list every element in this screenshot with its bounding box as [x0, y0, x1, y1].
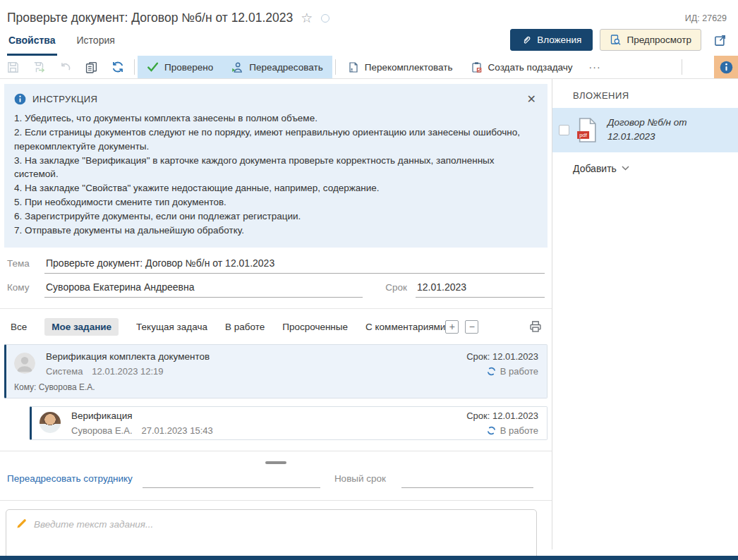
- attachments-title: ВЛОЖЕНИЯ: [573, 90, 738, 101]
- save-and-close-icon[interactable]: [26, 56, 52, 78]
- task-title: Верификация комплекта документов: [46, 351, 466, 362]
- toolbar-separator: [335, 59, 336, 75]
- instruction-line: 6. Зарегистрируйте документы, если они п…: [14, 209, 536, 224]
- in-progress-spinner-icon: [487, 367, 496, 376]
- task-datetime: 12.01.2023 12:19: [92, 366, 163, 377]
- task-card-window: Проверьте документ: Договор №б/н от 12.0…: [0, 0, 738, 560]
- info-panel-toggle-button[interactable]: [714, 56, 738, 78]
- forward-person-icon: [231, 61, 243, 73]
- preview-button[interactable]: Предпросмотр: [600, 29, 701, 51]
- expand-all-button[interactable]: +: [445, 320, 459, 334]
- resize-handle[interactable]: [265, 461, 286, 464]
- open-in-window-icon[interactable]: [714, 34, 727, 47]
- filter-all[interactable]: Все: [11, 318, 27, 336]
- info-icon: [14, 93, 26, 105]
- filter-my-task[interactable]: Мое задание: [44, 318, 119, 336]
- new-deadline-input[interactable]: [401, 470, 533, 488]
- window-bottom-bar: [0, 556, 738, 560]
- attachment-item[interactable]: pdf Договор №б/н от 12.01.2023: [552, 108, 738, 152]
- pdf-badge-text: pdf: [579, 132, 588, 138]
- tabs-row: Свойства История Вложения Предпросмотр: [0, 27, 738, 56]
- undo-icon[interactable]: [52, 56, 78, 78]
- status-circle-icon[interactable]: [321, 14, 329, 23]
- instruction-title: ИНСТРУКЦИЯ: [32, 94, 97, 104]
- task-list-section: Все Мое задание Текущая задача В работе …: [0, 308, 552, 451]
- document-id: ИД: 27629: [685, 13, 727, 23]
- deadline-input[interactable]: [416, 280, 545, 298]
- task-author: Система: [46, 366, 83, 377]
- instruction-panel: ИНСТРУКЦИЯ ✕ 1. Убедитесь, что документы…: [4, 84, 548, 248]
- task-text-section: [6, 509, 537, 560]
- info-icon: [720, 61, 733, 74]
- task-item-verification-set[interactable]: Верификация комплекта документов Система…: [4, 344, 548, 398]
- print-icon[interactable]: [529, 320, 542, 333]
- preview-icon: [610, 34, 621, 46]
- paperclip-icon: [521, 35, 531, 45]
- add-attachment-button[interactable]: Добавить: [573, 163, 629, 174]
- avatar: [40, 412, 61, 433]
- filter-overdue[interactable]: Просроченные: [282, 318, 348, 336]
- task-deadline: Срок: 12.01.2023: [466, 410, 538, 421]
- instruction-line: 5. При необходимости смените тип докумен…: [14, 195, 536, 209]
- instruction-line: 4. На закладке "Свойства" укажите недост…: [14, 181, 536, 195]
- forward-section: Переадресовать сотруднику Новый срок: [0, 451, 552, 501]
- instruction-line: 3. На закладке "Верификация" в карточке …: [14, 154, 536, 182]
- page-header: Проверьте документ: Договор №б/н от 12.0…: [0, 0, 738, 27]
- theme-field-row: Тема: [0, 256, 552, 274]
- content-area: ИНСТРУКЦИЯ ✕ 1. Убедитесь, что документы…: [0, 79, 738, 549]
- primary-actions-group: Проверено Переадресовать: [138, 56, 332, 78]
- tab-history[interactable]: История: [75, 35, 116, 56]
- refresh-icon[interactable]: [104, 56, 131, 78]
- task-assignee: Кому: Суворова Е.А.: [14, 382, 538, 392]
- approved-button[interactable]: Проверено: [138, 56, 222, 78]
- task-status: В работе: [500, 366, 538, 377]
- task-author: Суворова Е.А.: [71, 425, 133, 436]
- attachments-button[interactable]: Вложения: [510, 29, 593, 51]
- pencil-icon: [16, 518, 27, 531]
- filter-with-comments[interactable]: С комментариями: [365, 318, 445, 336]
- main-panel: ИНСТРУКЦИЯ ✕ 1. Убедитесь, что документы…: [0, 79, 552, 549]
- attachments-panel: ВЛОЖЕНИЯ pdf Договор №б/н от 12.01.2023 …: [552, 79, 738, 549]
- more-actions-button[interactable]: ···: [582, 56, 608, 78]
- theme-label: Тема: [7, 258, 44, 274]
- instruction-line: 2. Если страницы документов следуют не п…: [14, 126, 536, 154]
- filter-in-progress[interactable]: В работе: [225, 318, 265, 336]
- toolbar-separator: [682, 59, 682, 75]
- instruction-line: 7. Отправьте документы на дальнейшую обр…: [14, 224, 536, 238]
- chevron-down-icon: [622, 166, 629, 171]
- copy-icon[interactable]: [78, 56, 104, 78]
- avatar: [14, 353, 35, 374]
- page-title: Проверьте документ: Договор №б/н от 12.0…: [7, 11, 293, 25]
- to-input[interactable]: [44, 280, 363, 298]
- tab-properties[interactable]: Свойства: [7, 35, 57, 56]
- instruction-line: 1. Убедитесь, что документы комплекта за…: [14, 111, 536, 126]
- task-deadline: Срок: 12.01.2023: [466, 351, 538, 362]
- forward-employee-input[interactable]: [143, 470, 320, 488]
- task-item-verification[interactable]: Верификация Суворова Е.А. 27.01.2023 15:…: [30, 406, 548, 440]
- task-status: В работе: [500, 425, 538, 436]
- task-title: Верификация: [71, 410, 466, 421]
- create-subtask-button[interactable]: Создать подзадачу: [462, 56, 582, 78]
- task-text-input[interactable]: [6, 509, 537, 560]
- recomplete-button[interactable]: Перекомплектовать: [339, 56, 462, 78]
- save-icon[interactable]: [0, 56, 26, 78]
- new-deadline-label: Новый срок: [334, 473, 386, 488]
- attachment-checkbox[interactable]: [559, 125, 569, 135]
- recomplete-document-icon: [348, 61, 359, 73]
- attachment-name: Договор №б/н от 12.01.2023: [607, 116, 722, 145]
- forward-to-employee-link[interactable]: Переадресовать сотруднику: [7, 473, 133, 488]
- toolbar-spacer: [685, 56, 714, 78]
- filter-current-task[interactable]: Текущая задача: [136, 318, 207, 336]
- favorite-star-icon[interactable]: ☆: [301, 11, 313, 25]
- toolbar: Проверено Переадресовать Перекомплектова…: [0, 56, 738, 79]
- close-icon[interactable]: ✕: [527, 94, 536, 105]
- collapse-all-button[interactable]: −: [465, 320, 478, 334]
- task-filters: Все Мое задание Текущая задача В работе …: [0, 309, 552, 344]
- in-progress-spinner-icon: [487, 426, 496, 435]
- pdf-file-icon: pdf: [576, 118, 598, 142]
- deadline-label: Срок: [385, 282, 407, 298]
- to-label: Кому: [7, 282, 44, 298]
- forward-button[interactable]: Переадресовать: [222, 56, 332, 78]
- toolbar-separator: [134, 59, 135, 75]
- theme-input[interactable]: [44, 256, 545, 274]
